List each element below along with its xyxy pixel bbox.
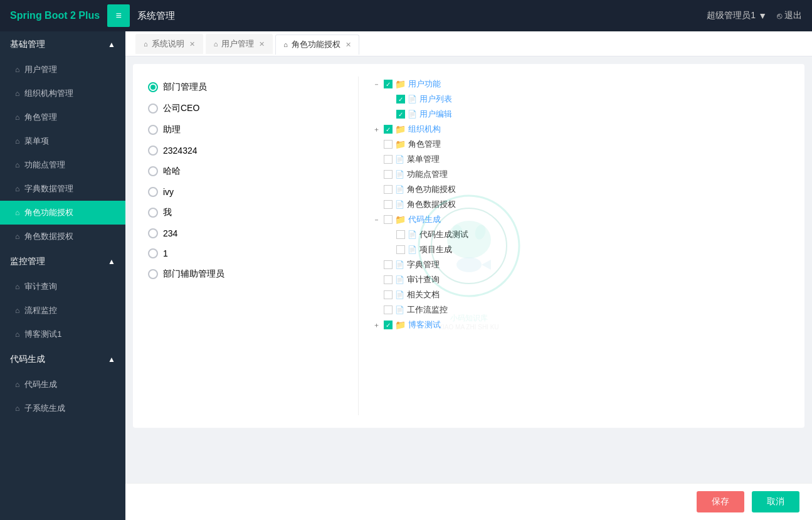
sidebar-item-menu[interactable]: ⌂ 菜单项: [0, 129, 125, 153]
file-icon: 📄: [408, 230, 417, 239]
tree-expand-placeholder: [384, 109, 394, 119]
tree-node-audit-query[interactable]: 📄 审计查询: [371, 272, 792, 287]
tree-node-role-data-auth[interactable]: 📄 角色数据授权: [371, 197, 792, 212]
tree-node-blog-test[interactable]: ＋ ✓ 📁 博客测试: [371, 317, 792, 332]
tree-checkbox-related-docs[interactable]: [384, 290, 393, 299]
tab-role-func-auth[interactable]: ⌂ 角色功能授权 ✕: [275, 34, 359, 55]
tree-checkbox-role-func-auth[interactable]: [384, 185, 393, 194]
sidebar-group-monitor[interactable]: 监控管理 ▲: [0, 248, 125, 275]
sidebar-item-role-func-auth[interactable]: ⌂ 角色功能授权: [0, 201, 125, 225]
sidebar-item-subsystem-gen[interactable]: ⌂ 子系统生成: [0, 396, 125, 420]
logout-button[interactable]: ⎋ 退出: [777, 10, 802, 21]
tree-node-role-func-auth[interactable]: 📄 角色功能授权: [371, 182, 792, 197]
role-label: 助理: [163, 124, 181, 135]
sidebar-group-jichuu[interactable]: 基础管理 ▲: [0, 31, 125, 58]
tree-expand-placeholder: [384, 94, 394, 104]
tree-node-role-mgmt[interactable]: 📁 角色管理: [371, 137, 792, 152]
tree-label: 菜单管理: [407, 154, 440, 165]
sidebar-item-func-point[interactable]: ⌂ 功能点管理: [0, 153, 125, 177]
save-button[interactable]: 保存: [697, 491, 744, 512]
sidebar-item-role-data-auth[interactable]: ⌂ 角色数据授权: [0, 225, 125, 248]
tree-checkbox-codegen-test[interactable]: [396, 230, 405, 239]
tree-checkbox-audit-query[interactable]: [384, 275, 393, 284]
role-item-6[interactable]: 我: [145, 202, 345, 223]
radio-wo[interactable]: [148, 208, 158, 218]
tree-checkbox-codegen[interactable]: [384, 215, 393, 224]
tree-node-codegen-test[interactable]: 📄 代码生成测试: [384, 227, 792, 242]
tab-close-icon[interactable]: ✕: [189, 40, 195, 48]
file-icon: 📄: [395, 170, 404, 179]
user-info[interactable]: 超级管理员1 ▼: [707, 10, 767, 21]
role-item-0[interactable]: 部门管理员: [145, 77, 345, 98]
file-icon: 📄: [395, 305, 404, 314]
radio-2324324[interactable]: [148, 146, 158, 156]
role-item-3[interactable]: 2324324: [145, 141, 345, 161]
tree-checkbox-workflow-monitor[interactable]: [384, 305, 393, 314]
tree-checkbox-menu-mgmt[interactable]: [384, 155, 393, 164]
tree-node-func-point-mgmt[interactable]: 📄 功能点管理: [371, 167, 792, 182]
tree-node-menu-mgmt[interactable]: 📄 菜单管理: [371, 152, 792, 167]
tree-node-user-func[interactable]: － ✓ 📁 用户功能: [371, 77, 792, 92]
sidebar-item-role-mgmt[interactable]: ⌂ 角色管理: [0, 105, 125, 129]
tree-expand-icon[interactable]: ＋: [371, 124, 381, 134]
tree-expand-icon[interactable]: －: [371, 79, 381, 89]
tree-expand-icon[interactable]: ＋: [371, 320, 381, 330]
tree-checkbox-project-gen[interactable]: [396, 245, 405, 254]
radio-haha[interactable]: [148, 166, 158, 176]
home-icon: ⌂: [15, 282, 19, 291]
tab-close-icon[interactable]: ✕: [259, 40, 265, 48]
role-item-4[interactable]: 哈哈: [145, 161, 345, 182]
tree-checkbox-blog-test[interactable]: ✓: [384, 321, 393, 329]
radio-1[interactable]: [148, 248, 158, 258]
role-item-8[interactable]: 1: [145, 243, 345, 263]
roles-panel: 部门管理员 公司CEO 助理 2324324: [145, 77, 359, 415]
tree-children-user-func: ✓ 📄 用户列表 ✓ 📄 用户编辑: [371, 92, 792, 122]
radio-dept-mgr[interactable]: [148, 82, 158, 92]
tree-expand-placeholder: [384, 230, 394, 240]
role-item-1[interactable]: 公司CEO: [145, 98, 345, 119]
tree-checkbox-org[interactable]: ✓: [384, 125, 393, 134]
sidebar-item-codegen[interactable]: ⌂ 代码生成: [0, 373, 125, 396]
tree-node-org[interactable]: ＋ ✓ 📁 组织机构: [371, 122, 792, 137]
sidebar-group-codegen[interactable]: 代码生成 ▲: [0, 346, 125, 373]
cancel-button[interactable]: 取消: [752, 491, 799, 512]
tree-checkbox-role-mgmt[interactable]: [384, 140, 393, 149]
sidebar-item-user-mgmt[interactable]: ⌂ 用户管理: [0, 58, 125, 82]
tree-checkbox-user-list[interactable]: ✓: [396, 95, 405, 103]
sidebar-item-dict[interactable]: ⌂ 字典数据管理: [0, 177, 125, 201]
radio-ivy[interactable]: [148, 187, 158, 197]
sidebar-item-org-mgmt[interactable]: ⌂ 组织机构管理: [0, 82, 125, 105]
role-item-2[interactable]: 助理: [145, 119, 345, 141]
tree-checkbox-func-point-mgmt[interactable]: [384, 170, 393, 179]
radio-assistant[interactable]: [148, 125, 158, 135]
sidebar-item-blog-test[interactable]: ⌂ 博客测试1: [0, 322, 125, 346]
radio-234[interactable]: [148, 228, 158, 238]
group-label-monitor: 监控管理: [10, 256, 45, 267]
role-label: 哈哈: [163, 166, 181, 177]
tree-checkbox-user-edit[interactable]: ✓: [396, 110, 405, 119]
role-item-9[interactable]: 部门辅助管理员: [145, 263, 345, 285]
tree-node-user-list[interactable]: ✓ 📄 用户列表: [384, 92, 792, 107]
menu-toggle-button[interactable]: ≡: [107, 4, 130, 27]
role-item-7[interactable]: 234: [145, 223, 345, 243]
tree-node-dict-mgmt[interactable]: 📄 字典管理: [371, 257, 792, 272]
tree-expand-placeholder: [371, 154, 381, 164]
tree-expand-icon[interactable]: －: [371, 215, 381, 225]
tree-node-project-gen[interactable]: 📄 项目生成: [384, 242, 792, 257]
tree-checkbox-role-data-auth[interactable]: [384, 200, 393, 209]
tree-checkbox-user-func[interactable]: ✓: [384, 80, 393, 88]
tree-node-related-docs[interactable]: 📄 相关文档: [371, 287, 792, 302]
tree-node-workflow-monitor[interactable]: 📄 工作流监控: [371, 302, 792, 317]
group-label-jichu: 基础管理: [10, 39, 45, 50]
tab-user-mgmt[interactable]: ⌂ 用户管理 ✕: [206, 34, 273, 54]
sidebar-item-flow-monitor[interactable]: ⌂ 流程监控: [0, 299, 125, 322]
tree-checkbox-dict-mgmt[interactable]: [384, 260, 393, 269]
radio-ceo[interactable]: [148, 103, 158, 114]
radio-dept-aux[interactable]: [148, 269, 158, 279]
sidebar-item-audit[interactable]: ⌂ 审计查询: [0, 275, 125, 299]
role-item-5[interactable]: ivy: [145, 182, 345, 202]
tab-close-icon[interactable]: ✕: [345, 41, 351, 49]
tree-node-user-edit[interactable]: ✓ 📄 用户编辑: [384, 107, 792, 122]
tab-system-intro[interactable]: ⌂ 系统说明 ✕: [135, 34, 203, 54]
tree-node-codegen[interactable]: － 📁 代码生成: [371, 212, 792, 227]
